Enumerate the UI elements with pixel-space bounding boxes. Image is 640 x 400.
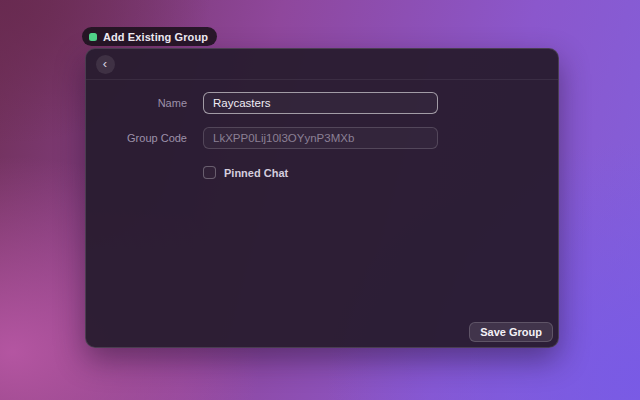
desktop-background: Add Existing Group ‹ Name Group Code Pin… [0, 0, 640, 400]
window-header: ‹ [86, 49, 558, 80]
group-code-label: Group Code [86, 132, 203, 144]
green-status-icon [89, 33, 97, 41]
pinned-chat-checkbox[interactable] [203, 166, 216, 179]
name-input[interactable] [203, 92, 438, 114]
window-title-badge: Add Existing Group [82, 27, 217, 46]
chevron-left-icon: ‹ [103, 55, 107, 72]
form: Name Group Code Pinned Chat [86, 80, 558, 179]
name-field-row: Name [86, 92, 558, 114]
add-existing-group-window: ‹ Name Group Code Pinned Chat Save Group [85, 48, 559, 348]
name-label: Name [86, 97, 203, 109]
group-code-field-row: Group Code [86, 127, 558, 149]
pinned-chat-row: Pinned Chat [203, 166, 558, 179]
group-code-input[interactable] [203, 127, 438, 149]
window-title: Add Existing Group [103, 31, 208, 43]
back-button[interactable]: ‹ [96, 55, 115, 74]
save-group-button[interactable]: Save Group [469, 322, 553, 342]
pinned-chat-label[interactable]: Pinned Chat [224, 167, 288, 179]
